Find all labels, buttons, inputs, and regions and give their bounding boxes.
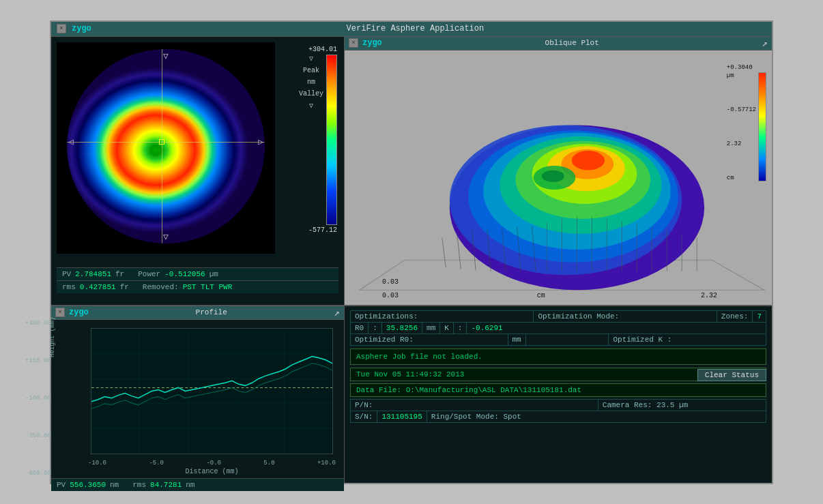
power-value: -0.512056 bbox=[164, 270, 205, 278]
left-panel: ▽ ▽ ◁ ▷ +304.01 ▽ Peak n bbox=[51, 37, 345, 305]
profile-pv-unit: nm bbox=[110, 481, 119, 489]
profile-panel: × zygo Profile ↗ +400.00 +150.00 -100.00… bbox=[51, 306, 345, 483]
app-zygo-label: zygo bbox=[72, 24, 91, 33]
x-axis-left: 0.03 bbox=[382, 292, 399, 299]
x-tick-0: -10.0 bbox=[88, 460, 106, 466]
oblique-panel: × zygo Oblique Plot ↗ bbox=[345, 37, 772, 305]
profile-zygo-label: zygo bbox=[69, 308, 89, 317]
pv-label: PV bbox=[62, 270, 71, 278]
optimizations-section: Optimizations: Optimization Mode: Zones:… bbox=[350, 310, 766, 346]
timestamp: Tue Nov 05 11:49:32 2013 bbox=[356, 370, 464, 379]
pv-unit: fr bbox=[115, 270, 124, 278]
oblique-mid: -0.57712 bbox=[727, 106, 756, 113]
x-tick-2: -0.0 bbox=[206, 460, 221, 466]
optimized-r0-label: Optimized R0: bbox=[351, 334, 508, 345]
y-tick-3: -350.00 bbox=[25, 432, 50, 439]
removed-label: Removed: bbox=[143, 283, 179, 291]
x-tick-3: 5.0 bbox=[263, 460, 274, 466]
title-bar: × zygo VeriFire Asphere Application bbox=[51, 22, 772, 37]
r0-colon: : bbox=[369, 323, 382, 333]
scale-unit: nm bbox=[307, 78, 315, 86]
profile-plot bbox=[91, 328, 333, 454]
zones-value: 7 bbox=[753, 311, 766, 322]
profile-close-btn[interactable]: × bbox=[55, 308, 65, 317]
oblique-area: 0.03 cm 2.32 0.03 +0.3040 µm -0.57712 2.… bbox=[345, 50, 772, 305]
y-axis-bottom: 0.03 bbox=[382, 278, 399, 286]
oblique-unit-bottom: cm bbox=[727, 175, 756, 181]
optimized-k-label: Optimized K : bbox=[609, 334, 766, 345]
k-value: -0.6291 bbox=[467, 323, 506, 333]
rms-unit: fr bbox=[120, 283, 129, 291]
top-row: ▽ ▽ ◁ ▷ +304.01 ▽ Peak n bbox=[51, 37, 772, 306]
zones-label: Zones: bbox=[717, 311, 753, 322]
profile-title-bar: × zygo Profile ↗ bbox=[51, 306, 344, 320]
y-axis-label: Height (mm) bbox=[49, 316, 56, 357]
camera-res-unit: µm bbox=[679, 401, 688, 409]
rms-value: 0.427851 bbox=[80, 283, 116, 291]
x-axis-mid: cm bbox=[537, 292, 545, 299]
oblique-svg bbox=[345, 50, 772, 305]
pn-label: P/N: bbox=[351, 400, 598, 411]
k-colon: : bbox=[454, 323, 467, 333]
optimization-mode-label: Optimization Mode: bbox=[534, 311, 717, 322]
power-label: Power bbox=[138, 270, 160, 278]
info-panel: Optimizations: Optimization Mode: Zones:… bbox=[345, 306, 772, 483]
profile-rms-value: 84.7281 bbox=[150, 481, 182, 489]
measurement-bar-2: rms 0.427851 fr Removed: PST TLT PWR bbox=[57, 280, 338, 293]
x-tick-1: -5.0 bbox=[149, 460, 164, 466]
x-axis-label: Distance (mm) bbox=[85, 468, 338, 475]
profile-pv-label: PV bbox=[57, 481, 66, 489]
svg-point-13 bbox=[542, 170, 564, 182]
oblique-zygo-label: zygo bbox=[362, 38, 382, 48]
y-tick-2: -100.00 bbox=[25, 395, 50, 402]
bottom-row: × zygo Profile ↗ +400.00 +150.00 -100.00… bbox=[51, 306, 772, 483]
x-tick-4: +10.0 bbox=[317, 460, 336, 466]
interferogram-container: ▽ ▽ ◁ ▷ bbox=[57, 42, 275, 254]
optimizations-label: Optimizations: bbox=[351, 311, 534, 322]
scale-max: +304.01 bbox=[308, 46, 337, 53]
scale-peak-label: Peak bbox=[303, 67, 319, 74]
app-title: VeriFire Asphere Application bbox=[347, 24, 485, 33]
data-file-box: Data File: O:\Manufacturing\ASL DATA\131… bbox=[350, 383, 766, 397]
r0-unit: mm bbox=[422, 323, 440, 333]
y-tick-0: +400.00 bbox=[25, 320, 50, 327]
profile-rms-label: rms bbox=[132, 481, 146, 489]
content-area: ▽ ▽ ◁ ▷ +304.01 ▽ Peak n bbox=[51, 37, 772, 483]
clear-status-button[interactable]: Clear Status bbox=[697, 369, 766, 381]
status-message: Asphere Job file not loaded. bbox=[350, 349, 766, 365]
data-file-label: Data File: bbox=[356, 386, 401, 394]
profile-rms-unit: nm bbox=[186, 481, 194, 489]
rms-label: rms bbox=[62, 283, 76, 291]
sn-value: 131105195 bbox=[377, 411, 427, 422]
oblique-close-btn[interactable]: × bbox=[349, 38, 358, 48]
x-axis-ticks: -10.0 -5.0 -0.0 5.0 +10.0 bbox=[85, 460, 338, 466]
camera-res-value: 23.5 bbox=[656, 401, 674, 409]
status-area: Asphere Job file not loaded. Clear Statu… bbox=[350, 349, 766, 365]
main-window: × zygo VeriFire Asphere Application bbox=[50, 20, 773, 484]
profile-svg bbox=[91, 329, 332, 454]
k-label: K bbox=[440, 323, 454, 333]
scale-min: -577.12 bbox=[308, 226, 337, 234]
svg-point-11 bbox=[572, 150, 605, 170]
oblique-mid2: 2.32 bbox=[727, 140, 756, 147]
power-unit: µm bbox=[210, 270, 218, 278]
ring-spot-value: Spot bbox=[503, 413, 521, 421]
profile-pv-value: 556.3650 bbox=[70, 481, 106, 489]
oblique-unit-top: µm bbox=[727, 72, 756, 79]
profile-measurement-bar: PV 556.3650 nm rms 84.7281 nm bbox=[51, 478, 344, 491]
ring-spot-label: Ring/Spot Mode: Spot bbox=[427, 411, 766, 422]
close-button[interactable]: × bbox=[57, 24, 66, 33]
oblique-title: Oblique Plot bbox=[386, 39, 758, 47]
pn-camera-section: P/N: Camera Res: 23.5 µm S/N: 131105195 … bbox=[350, 399, 766, 423]
r0-label: R0 bbox=[351, 323, 369, 333]
profile-title: Profile bbox=[93, 308, 330, 316]
x-axis-right: 2.32 bbox=[701, 292, 717, 299]
optimized-r0-unit: mm bbox=[508, 334, 526, 345]
camera-res-label: Camera Res: 23.5 µm bbox=[598, 400, 766, 411]
oblique-title-bar: × zygo Oblique Plot ↗ bbox=[345, 37, 772, 50]
y-axis-ticks: +400.00 +150.00 -100.00 -350.00 -600.00 bbox=[25, 320, 50, 477]
r0-value: 35.8256 bbox=[382, 323, 422, 333]
pv-value: 2.784851 bbox=[75, 270, 111, 278]
oblique-scale-max: +0.3040 bbox=[727, 64, 766, 71]
scale-valley-label: Valley bbox=[299, 90, 323, 98]
